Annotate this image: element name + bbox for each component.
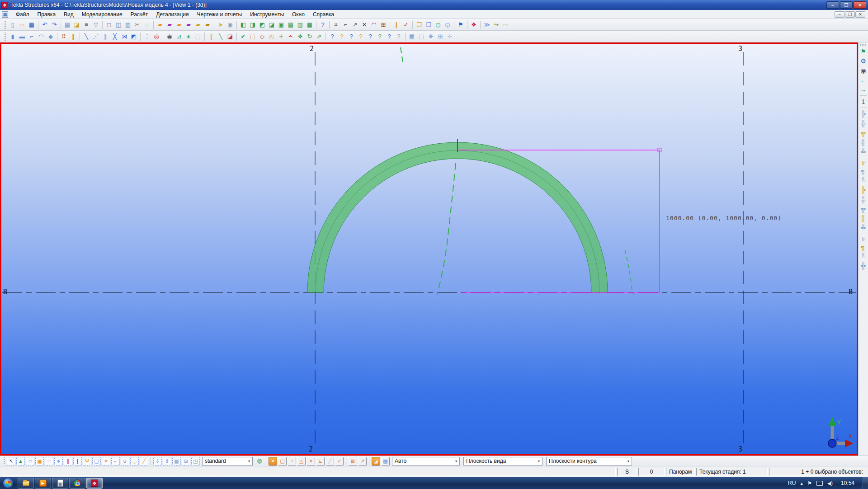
measure-x-icon[interactable]: ✕: [360, 20, 369, 29]
snap-parallel-icon[interactable]: ∥: [101, 32, 110, 41]
menu-file[interactable]: Файл: [12, 10, 33, 19]
snap-perpendicular-icon[interactable]: ⊾: [316, 457, 325, 465]
snap-tracking-icon[interactable]: ↗: [358, 457, 367, 465]
undo-icon[interactable]: ↶: [40, 20, 49, 29]
snap-reference-icon[interactable]: ◩: [129, 32, 138, 41]
chevron-down-icon[interactable]: ▾: [245, 459, 250, 463]
snap-plane-combo[interactable]: Плоскость вида ▾: [463, 457, 542, 465]
mdi-minimize-button[interactable]: –: [835, 11, 844, 18]
select-reinforcement-icon[interactable]: Ψ: [83, 457, 91, 465]
zone-center-icon[interactable]: ⬚: [417, 32, 426, 41]
load-groups-icon[interactable]: ▰: [165, 20, 174, 29]
create-grid-icon[interactable]: ⌗: [331, 20, 340, 29]
select-planes-icon[interactable]: ▢: [92, 457, 101, 465]
minimize-button[interactable]: –: [826, 1, 839, 9]
new-model-icon[interactable]: ▯: [8, 20, 17, 29]
menu-detailing[interactable]: Детализация: [152, 10, 193, 19]
select-parts-icon[interactable]: ▲: [16, 457, 25, 465]
snap-nearest-points-icon[interactable]: ○: [288, 457, 296, 465]
connection-bracing-icon[interactable]: ╗: [859, 242, 868, 251]
connection-end-plate-icon[interactable]: ╠: [859, 109, 868, 118]
create-weld-icon[interactable]: ❙: [69, 32, 78, 41]
snap-any-points-icon[interactable]: △: [297, 457, 306, 465]
tray-chevron-icon[interactable]: ▴: [800, 480, 803, 486]
zone-full-icon[interactable]: ⊹: [445, 32, 454, 41]
select-bolts-icon[interactable]: ❙: [73, 457, 82, 465]
create-polybeam-icon[interactable]: ⌐: [27, 32, 36, 41]
connection-shear-plate-icon[interactable]: ╔: [859, 157, 868, 166]
connection-bent-plate-icon[interactable]: ╣: [859, 214, 868, 223]
remove-point-icon[interactable]: ∸: [286, 32, 295, 41]
taskbar-calculator-button[interactable]: ▦: [52, 478, 68, 489]
connection-stiffener-icon[interactable]: ╗: [859, 166, 868, 175]
create-bolts-icon[interactable]: ⠿: [59, 32, 68, 41]
select-bolt-groups-icon[interactable]: ∪: [121, 457, 129, 465]
connection-seat-icon[interactable]: ╦: [859, 204, 868, 213]
inquire-drawing-icon[interactable]: ?: [385, 32, 394, 41]
fly-mode-icon[interactable]: ∗: [184, 32, 193, 41]
select-pours-icon[interactable]: ◡: [130, 457, 139, 465]
snap-center-icon[interactable]: ◎: [152, 32, 161, 41]
create-column-icon[interactable]: ▮: [8, 32, 17, 41]
rotate-object-icon[interactable]: ↻: [305, 32, 314, 41]
snap-intersection-icon[interactable]: ╳: [110, 32, 119, 41]
measure-grid-icon[interactable]: ⊞: [379, 20, 388, 29]
inquire-report-icon[interactable]: ?: [394, 32, 403, 41]
view-list-icon[interactable]: ▥: [123, 20, 132, 29]
flag-icon[interactable]: ⚑: [456, 20, 465, 29]
snap-confirm-icon[interactable]: ✓: [335, 457, 344, 465]
select-filter-check-icon[interactable]: ✔: [239, 32, 248, 41]
phases-window-icon[interactable]: ❐: [415, 20, 424, 29]
select-objects-in-components-icon[interactable]: ▦: [172, 457, 181, 465]
start-button[interactable]: [3, 478, 14, 489]
menu-window[interactable]: Окно: [288, 10, 309, 19]
chevron-down-icon[interactable]: ▾: [535, 459, 540, 463]
select-subassembly-icon[interactable]: ╱: [140, 457, 148, 465]
create-plate-icon[interactable]: ◆: [46, 32, 55, 41]
screen-time-icon[interactable]: ◶: [443, 20, 452, 29]
chevron-down-icon[interactable]: ▾: [453, 459, 457, 463]
pick-face-icon[interactable]: ▢: [193, 32, 203, 41]
taskbar-tekla-button[interactable]: ❖: [86, 478, 103, 489]
show-desktop-button[interactable]: [863, 477, 868, 489]
split-part-icon[interactable]: ▦: [305, 20, 314, 29]
pour-clock-icon[interactable]: ◴: [267, 32, 276, 41]
single-gridline-icon[interactable]: ⌐: [341, 20, 350, 29]
language-indicator[interactable]: RU: [788, 480, 796, 486]
forward-icon[interactable]: →: [859, 85, 868, 94]
inquire-icon[interactable]: ?: [318, 20, 327, 29]
basket-icon[interactable]: ▽: [91, 20, 100, 29]
snap-extension-icon[interactable]: ⋊: [120, 32, 129, 41]
crop-area-icon[interactable]: ⬚: [248, 32, 257, 41]
pointer-flag-icon[interactable]: ⚑: [859, 47, 868, 56]
inquire-phase-icon[interactable]: ?: [356, 32, 365, 41]
mdi-close-button[interactable]: ✕: [855, 11, 865, 18]
snap-extension-lines-icon[interactable]: ╱: [326, 457, 334, 465]
connection-welded-tee-icon[interactable]: ╔: [859, 233, 868, 242]
new-view-icon[interactable]: ◻: [104, 20, 113, 29]
snap-intersections-icon[interactable]: ✕: [307, 457, 315, 465]
title-bar[interactable]: ❖ Tekla Structures x64 - C:\TeklaStructu…: [0, 0, 868, 10]
marquee-icon[interactable]: ◌: [142, 20, 151, 29]
copy-icon[interactable]: ▤: [63, 20, 72, 29]
part-time-icon[interactable]: ◷: [434, 20, 443, 29]
snap-depth-combo[interactable]: Авто ▾: [392, 457, 460, 465]
select-surfaces-icon[interactable]: ▱: [26, 457, 34, 465]
view-along-part-icon[interactable]: ❘: [207, 32, 216, 41]
menu-view[interactable]: Вид: [60, 10, 78, 19]
search-components-icon[interactable]: ◉: [859, 66, 868, 75]
cut-icon[interactable]: ✂: [133, 20, 142, 29]
save-model-icon[interactable]: ▦: [27, 20, 36, 29]
select-points-icon[interactable]: ▣: [35, 457, 44, 465]
construction-line-2[interactable]: [625, 250, 634, 295]
select-welds-icon[interactable]: ∥: [64, 457, 72, 465]
zone-rotate-icon[interactable]: ❖: [426, 32, 435, 41]
render-face-icon[interactable]: ◪: [226, 32, 235, 41]
set-workplane-icon[interactable]: ⊿: [175, 32, 184, 41]
snap-outline-combo[interactable]: Плоскости контура ▾: [546, 457, 632, 465]
snap-free-icon[interactable]: ⁚: [142, 32, 151, 41]
curved-beam-part[interactable]: [307, 142, 608, 292]
cut-polygon-icon[interactable]: ◪: [267, 20, 276, 29]
create-bolt-icon[interactable]: ❙: [392, 20, 401, 29]
phase-manager-icon[interactable]: ▰: [156, 20, 165, 29]
